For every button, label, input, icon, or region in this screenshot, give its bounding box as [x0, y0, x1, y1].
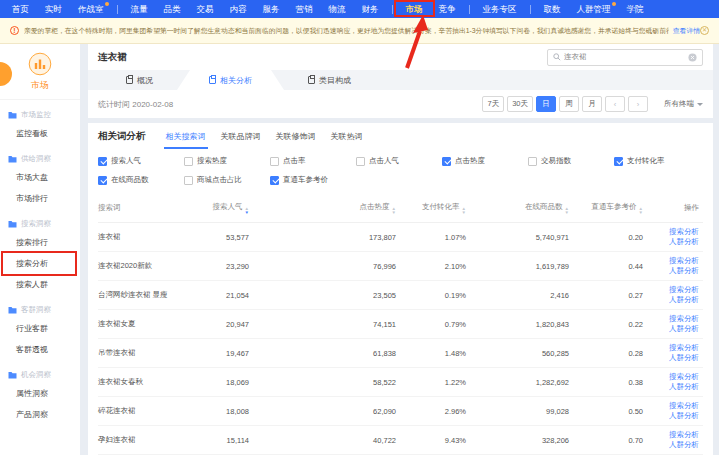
column-header-在线商品数[interactable]: 在线商品数▲▼ — [468, 202, 571, 214]
sort-desc-caret[interactable]: ▼ — [565, 211, 569, 215]
metric-checkbox-搜索人气[interactable]: 搜索人气 — [98, 156, 184, 166]
action-link-搜索分析[interactable]: 搜索分析 — [645, 256, 699, 266]
nav-item-品类[interactable]: 品类 — [156, 0, 189, 18]
sidebar-item-客群透视[interactable]: 客群透视 — [0, 339, 80, 360]
sidebar-item-市场排行[interactable]: 市场排行 — [0, 188, 80, 209]
notice-close-icon[interactable]: ✕ — [700, 26, 709, 35]
metric-checkbox-交易指数[interactable]: 交易指数 — [528, 156, 614, 166]
analysis-card: 相关词分析 相关搜索词关联品牌词关联修饰词关联热词 搜索人气搜索热度点击率点击人… — [88, 123, 713, 455]
tab-类目构成[interactable]: 类目构成 — [284, 70, 375, 90]
toolbar-right: 7天30天日周月‹› 所有终端 — [482, 96, 703, 112]
action-link-人群分析[interactable]: 人群分析 — [645, 295, 699, 305]
sort-icon[interactable]: ▲▼ — [565, 207, 569, 214]
sort-desc-caret[interactable]: ▼ — [392, 211, 396, 215]
metric-checkbox-点击热度[interactable]: 点击热度 — [442, 156, 528, 166]
clear-icon[interactable] — [688, 53, 697, 62]
metric-checkbox-点击人气[interactable]: 点击人气 — [356, 156, 442, 166]
tab-相关分析[interactable]: 相关分析 — [177, 70, 284, 90]
search-input[interactable] — [564, 53, 685, 62]
nav-item-内容[interactable]: 内容 — [222, 0, 255, 18]
nav-item-取数[interactable]: 取数 — [536, 0, 569, 18]
terminal-select[interactable]: 所有终端 — [664, 99, 703, 109]
nav-item-label: 学院 — [627, 4, 644, 14]
range-button-月[interactable]: 月 — [582, 96, 602, 112]
metric-checkbox-直通车参考价[interactable]: 直通车参考价 — [270, 175, 356, 185]
folder-icon — [8, 306, 17, 314]
keyword-search-box[interactable] — [547, 49, 703, 66]
range-button-7天[interactable]: 7天 — [482, 96, 504, 112]
action-link-搜索分析[interactable]: 搜索分析 — [645, 430, 699, 440]
nav-item-学院[interactable]: 学院 — [619, 0, 652, 18]
subtab-关联热词[interactable]: 关联热词 — [331, 123, 363, 149]
nav-item-市场[interactable]: 市场 — [398, 0, 431, 18]
sidebar-item-搜索人群[interactable]: 搜索人群 — [0, 274, 80, 295]
subtab-关联品牌词[interactable]: 关联品牌词 — [221, 123, 261, 149]
metric-checkbox-搜索热度[interactable]: 搜索热度 — [184, 156, 270, 166]
column-header-搜索人气[interactable]: 搜索人气▲▼ — [188, 202, 251, 214]
checkbox-icon — [184, 176, 193, 185]
sort-desc-caret[interactable]: ▼ — [639, 211, 643, 215]
nav-item-服务[interactable]: 服务 — [255, 0, 288, 18]
nav-item-物流[interactable]: 物流 — [321, 0, 354, 18]
sort-icon[interactable]: ▲▼ — [392, 207, 396, 214]
sidebar-item-行业客群[interactable]: 行业客群 — [0, 318, 80, 339]
range-button-30天[interactable]: 30天 — [507, 96, 533, 112]
sidebar-item-监控看板[interactable]: 监控看板 — [0, 123, 80, 144]
sidebar-group-供给洞察: 供给洞察市场大盘市场排行 — [0, 151, 80, 209]
action-link-搜索分析[interactable]: 搜索分析 — [645, 227, 699, 237]
prev-button[interactable]: ‹ — [605, 96, 625, 112]
sort-desc-caret[interactable]: ▼ — [245, 211, 249, 215]
metric-checkbox-支付转化率[interactable]: 支付转化率 — [614, 156, 700, 166]
metric-checkbox-商城点击占比[interactable]: 商城点击占比 — [184, 175, 270, 185]
action-link-人群分析[interactable]: 人群分析 — [645, 237, 699, 247]
nav-item-人群管理[interactable]: 人群管理 — [569, 0, 619, 18]
action-link-搜索分析[interactable]: 搜索分析 — [645, 372, 699, 382]
sidebar-item-市场大盘[interactable]: 市场大盘 — [0, 167, 80, 188]
nav-item-label: 业务专区 — [483, 4, 517, 14]
sidebar-item-搜索分析[interactable]: 搜索分析 — [0, 253, 80, 274]
sort-icon[interactable]: ▲▼ — [245, 207, 249, 214]
nav-item-交易[interactable]: 交易 — [189, 0, 222, 18]
metric-checkbox-点击率[interactable]: 点击率 — [270, 156, 356, 166]
action-link-搜索分析[interactable]: 搜索分析 — [645, 285, 699, 295]
column-header-点击热度[interactable]: 点击热度▲▼ — [251, 202, 398, 214]
table-body: 连衣裙53,577173,8071.07%5,740,9710.20搜索分析人群… — [98, 223, 703, 455]
action-link-人群分析[interactable]: 人群分析 — [645, 440, 699, 450]
nav-item-业务专区[interactable]: 业务专区 — [475, 0, 525, 18]
exclamation-circle-icon: ! — [10, 26, 19, 35]
range-button-周[interactable]: 周 — [559, 96, 579, 112]
nav-item-流量[interactable]: 流量 — [123, 0, 156, 18]
clipboard-icon — [209, 76, 216, 84]
action-link-搜索分析[interactable]: 搜索分析 — [645, 401, 699, 411]
nav-item-营销[interactable]: 营销 — [288, 0, 321, 18]
checkbox-label: 交易指数 — [541, 156, 571, 166]
nav-item-实时[interactable]: 实时 — [37, 0, 70, 18]
subtab-相关搜索词[interactable]: 相关搜索词 — [166, 123, 206, 149]
notice-detail-link[interactable]: 查看详情 — [673, 26, 700, 36]
tab-概况[interactable]: 概况 — [102, 70, 177, 90]
nav-item-财务[interactable]: 财务 — [354, 0, 387, 18]
subtab-关联修饰词[interactable]: 关联修饰词 — [276, 123, 316, 149]
action-link-人群分析[interactable]: 人群分析 — [645, 411, 699, 421]
section-header: 相关词分析 相关搜索词关联品牌词关联修饰词关联热词 — [98, 123, 703, 149]
action-link-人群分析[interactable]: 人群分析 — [645, 382, 699, 392]
sort-desc-caret[interactable]: ▼ — [462, 211, 466, 215]
sort-icon[interactable]: ▲▼ — [462, 207, 466, 214]
action-link-人群分析[interactable]: 人群分析 — [645, 353, 699, 363]
action-link-搜索分析[interactable]: 搜索分析 — [645, 314, 699, 324]
sidebar-item-产品洞察[interactable]: 产品洞察 — [0, 404, 80, 425]
column-header-直通车参考价[interactable]: 直通车参考价▲▼ — [571, 202, 645, 214]
range-button-日[interactable]: 日 — [536, 96, 556, 112]
sidebar-item-属性洞察[interactable]: 属性洞察 — [0, 383, 80, 404]
sidebar-item-搜索排行[interactable]: 搜索排行 — [0, 232, 80, 253]
action-link-搜索分析[interactable]: 搜索分析 — [645, 343, 699, 353]
nav-item-作战室[interactable]: 作战室 — [70, 0, 112, 18]
nav-item-竞争[interactable]: 竞争 — [431, 0, 464, 18]
sort-icon[interactable]: ▲▼ — [639, 207, 643, 214]
metric-checkbox-在线商品数[interactable]: 在线商品数 — [98, 175, 184, 185]
column-header-支付转化率[interactable]: 支付转化率▲▼ — [398, 202, 468, 214]
action-link-人群分析[interactable]: 人群分析 — [645, 324, 699, 334]
next-button[interactable]: › — [628, 96, 648, 112]
action-link-人群分析[interactable]: 人群分析 — [645, 266, 699, 276]
nav-item-首页[interactable]: 首页 — [4, 0, 37, 18]
